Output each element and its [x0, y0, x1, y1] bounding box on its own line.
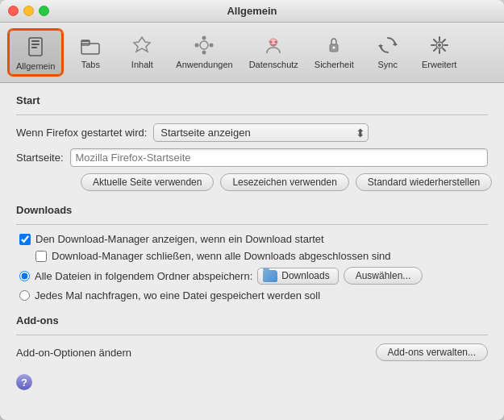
save-folder-label: Alle Dateien in folgendem Ordner abspeic… — [35, 270, 252, 282]
apps-icon — [191, 32, 217, 58]
download-manager-close-row: Download-Manager schließen, wenn alle Do… — [16, 250, 488, 262]
startpage-label: Startseite: — [16, 152, 64, 164]
preferences-window: Allgemein Allgemein — [0, 0, 504, 420]
addons-option-label: Add-on-Optionen ändern — [16, 347, 131, 359]
svg-line-30 — [434, 48, 436, 51]
svg-point-22 — [438, 44, 441, 47]
toolbar-label-datenschutz: Datenschutz — [249, 60, 298, 69]
toolbar-label-sicherheit: Sicherheit — [314, 60, 354, 69]
toolbar-item-inhalt[interactable]: Inhalt — [118, 29, 166, 76]
toolbar-label-sync: Sync — [378, 60, 398, 69]
svg-point-10 — [202, 51, 206, 55]
select-folder-button[interactable]: Auswählen... — [344, 267, 423, 285]
toolbar-item-allgemein[interactable]: Allgemein — [8, 29, 63, 76]
privacy-icon — [260, 32, 286, 58]
startup-select-wrapper: Startseite anzeigen Leeres Fenster öffne… — [153, 123, 369, 142]
advanced-icon — [427, 32, 452, 58]
svg-point-16 — [275, 41, 277, 44]
toolbar-item-sync[interactable]: Sync — [364, 29, 412, 76]
ask-each-time-radio[interactable] — [19, 290, 30, 301]
startup-select[interactable]: Startseite anzeigen Leeres Fenster öffne… — [153, 123, 369, 142]
current-page-button[interactable]: Aktuelle Seite verwenden — [81, 173, 214, 191]
downloads-section-title: Downloads — [16, 204, 488, 216]
bookmarks-button[interactable]: Lesezeichen verwenden — [220, 173, 348, 191]
start-divider — [16, 114, 488, 115]
ask-each-time-row: Jedes Mal nachfragen, wo eine Datei gesp… — [16, 289, 488, 301]
window-title: Allgemein — [227, 5, 277, 17]
download-manager-show-checkbox[interactable] — [19, 234, 31, 245]
svg-rect-2 — [31, 44, 40, 45]
security-icon — [321, 32, 347, 58]
default-button[interactable]: Standard wiederherstellen — [356, 173, 492, 191]
startup-row: Wenn Firefox gestartet wird: Startseite … — [16, 123, 488, 142]
addons-section: Add-ons Add-on-Optionen ändern Add-ons v… — [16, 314, 488, 361]
toolbar-item-datenschutz[interactable]: Datenschutz — [243, 29, 305, 76]
download-manager-show-label: Den Download-Manager anzeigen, wenn ein … — [35, 233, 324, 245]
svg-marker-7 — [134, 37, 150, 52]
svg-rect-1 — [31, 40, 40, 42]
downloads-divider — [16, 224, 488, 225]
folder-name: Downloads — [281, 270, 329, 281]
tabs-icon — [77, 32, 103, 58]
startpage-row: Startseite: — [16, 148, 488, 167]
radio-folder-row: Alle Dateien in folgendem Ordner abspeic… — [16, 270, 252, 282]
help-button[interactable]: ? — [16, 374, 32, 390]
sync-icon — [375, 32, 401, 58]
start-buttons-row: Aktuelle Seite verwenden Lesezeichen ver… — [16, 173, 488, 191]
general-icon — [23, 34, 48, 60]
toolbar-item-sicherheit[interactable]: Sicherheit — [308, 29, 360, 76]
folder-icon — [263, 270, 277, 282]
svg-point-18 — [333, 47, 335, 49]
close-button[interactable] — [8, 6, 19, 16]
toolbar-item-erweitert[interactable]: Erweitert — [415, 29, 464, 76]
toolbar-label-anwendungen: Anwendungen — [176, 60, 232, 69]
svg-marker-20 — [378, 45, 383, 48]
download-manager-show-row: Den Download-Manager anzeigen, wenn ein … — [16, 233, 488, 245]
toolbar-item-tabs[interactable]: Tabs — [66, 29, 115, 76]
svg-line-27 — [434, 40, 436, 42]
svg-marker-19 — [393, 42, 398, 45]
maximize-button[interactable] — [39, 6, 49, 16]
toolbar-label-tabs: Tabs — [81, 60, 100, 69]
download-manager-close-checkbox[interactable] — [35, 251, 47, 262]
svg-point-15 — [270, 41, 273, 44]
toolbar-label-inhalt: Inhalt — [131, 60, 153, 69]
toolbar-label-allgemein: Allgemein — [16, 61, 55, 71]
svg-point-9 — [202, 36, 206, 40]
addons-divider — [16, 335, 488, 335]
svg-line-29 — [443, 40, 445, 42]
svg-point-11 — [195, 44, 199, 48]
svg-point-12 — [210, 44, 214, 48]
addons-section-title: Add-ons — [16, 314, 488, 326]
svg-point-8 — [200, 41, 208, 49]
manage-addons-button[interactable]: Add-ons verwalten... — [376, 343, 488, 361]
startup-label: Wenn Firefox gestartet wird: — [16, 127, 147, 139]
toolbar-item-anwendungen[interactable]: Anwendungen — [169, 29, 239, 76]
traffic-lights — [8, 6, 49, 16]
minimize-button[interactable] — [23, 6, 34, 16]
ask-each-time-label: Jedes Mal nachfragen, wo eine Datei gesp… — [35, 289, 320, 301]
download-manager-close-label: Download-Manager schließen, wenn alle Do… — [52, 250, 391, 262]
toolbar-label-erweitert: Erweitert — [422, 60, 456, 69]
downloads-section: Downloads Den Download-Manager anzeigen,… — [16, 204, 488, 301]
svg-line-28 — [443, 48, 445, 51]
startpage-input[interactable] — [70, 148, 488, 167]
content-area: Start Wenn Firefox gestartet wird: Start… — [0, 83, 504, 420]
titlebar: Allgemein — [0, 0, 504, 23]
start-section-title: Start — [16, 94, 488, 106]
downloads-folder-button[interactable]: Downloads — [257, 268, 338, 285]
addons-row: Add-on-Optionen ändern Add-ons verwalten… — [16, 343, 488, 361]
save-folder-row: Alle Dateien in folgendem Ordner abspeic… — [16, 267, 488, 285]
start-section: Start Wenn Firefox gestartet wird: Start… — [16, 94, 488, 191]
save-folder-radio[interactable] — [19, 271, 30, 281]
content-icon — [129, 32, 155, 58]
svg-rect-3 — [31, 47, 37, 48]
toolbar: Allgemein Tabs Inhalt — [0, 23, 504, 83]
